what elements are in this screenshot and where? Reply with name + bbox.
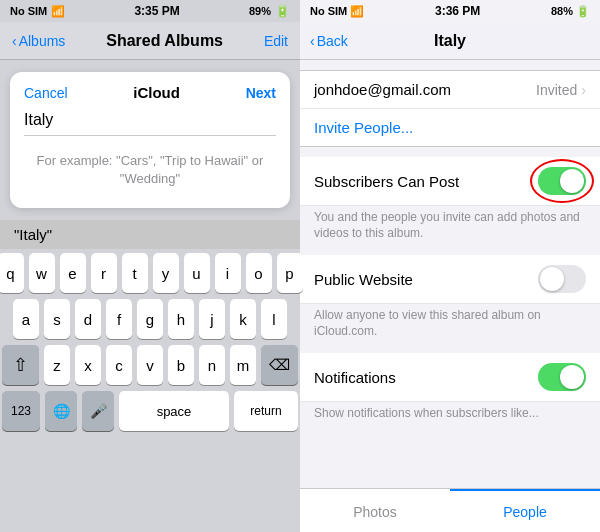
email-row: jonhdoe@gmail.com Invited › (300, 71, 600, 109)
notifications-row: Notifications (300, 353, 600, 402)
chevron-left-icon: ‹ (12, 33, 17, 49)
left-panel: No SIM 📶 3:35 PM 89% 🔋 ‹ Albums Shared A… (0, 0, 300, 532)
status-bar-left: No SIM 📶 3:35 PM 89% 🔋 (0, 0, 300, 22)
key-w[interactable]: w (29, 253, 55, 293)
tab-photos[interactable]: Photos (300, 489, 450, 532)
carrier-right: No SIM 📶 (310, 5, 364, 18)
key-u[interactable]: u (184, 253, 210, 293)
album-name-input-row (24, 111, 276, 136)
toggle-knob (560, 169, 584, 193)
nav-title-right: Italy (434, 32, 466, 50)
content-right: jonhdoe@gmail.com Invited › Invite Peopl… (300, 60, 600, 488)
key-f[interactable]: f (106, 299, 132, 339)
invite-people-row[interactable]: Invite People... (300, 109, 600, 146)
nav-bar-left: ‹ Albums Shared Albums Edit (0, 22, 300, 60)
key-row-3: ⇧ z x c v b n m ⌫ (2, 345, 298, 385)
toggle-knob-off (540, 267, 564, 291)
invited-status[interactable]: Invited › (536, 82, 586, 98)
battery-icon-left: 🔋 (275, 4, 290, 18)
public-website-label: Public Website (314, 271, 413, 288)
key-mic[interactable]: 🎤 (82, 391, 114, 431)
key-row-2: a s d f g h j k l (2, 299, 298, 339)
invite-people-link[interactable]: Invite People... (314, 119, 413, 136)
key-h[interactable]: h (168, 299, 194, 339)
chevron-back-icon: ‹ (310, 33, 315, 49)
wifi-icon: 📶 (51, 5, 65, 18)
key-z[interactable]: z (44, 345, 70, 385)
public-website-row: Public Website (300, 255, 600, 304)
subscribers-can-post-row: Subscribers Can Post (300, 157, 600, 206)
keyboard: q w e r t y u i o p a s d f g h j k l ⇧ … (0, 249, 300, 532)
battery-right: 88% 🔋 (551, 5, 590, 18)
key-v[interactable]: v (137, 345, 163, 385)
italy-label: "Italy" (0, 220, 300, 249)
people-section: jonhdoe@gmail.com Invited › Invite Peopl… (300, 70, 600, 147)
edit-button-left[interactable]: Edit (264, 33, 288, 49)
battery-left: 89% 🔋 (249, 4, 290, 18)
key-numbers[interactable]: 123 (2, 391, 40, 431)
key-t[interactable]: t (122, 253, 148, 293)
tab-bar: Photos People (300, 488, 600, 532)
key-p[interactable]: p (277, 253, 303, 293)
key-y[interactable]: y (153, 253, 179, 293)
tab-people-label: People (503, 504, 547, 520)
album-name-input[interactable] (24, 111, 276, 129)
right-panel: No SIM 📶 3:36 PM 88% 🔋 ‹ Back Italy jonh… (300, 0, 600, 532)
public-website-desc: Allow anyone to view this shared album o… (300, 304, 600, 349)
battery-icon-right: 🔋 (576, 5, 590, 18)
notifications-desc: Show notifications when subscribers like… (300, 402, 600, 432)
nav-bar-right: ‹ Back Italy (300, 22, 600, 60)
status-bar-right: No SIM 📶 3:36 PM 88% 🔋 (300, 0, 600, 22)
key-shift[interactable]: ⇧ (2, 345, 39, 385)
public-website-section: Public Website Allow anyone to view this… (300, 255, 600, 349)
key-m[interactable]: m (230, 345, 256, 385)
key-e[interactable]: e (60, 253, 86, 293)
toggle-knob-notifications (560, 365, 584, 389)
email-address: jonhdoe@gmail.com (314, 81, 451, 98)
subscribers-desc: You and the people you invite can add ph… (300, 206, 600, 251)
key-a[interactable]: a (13, 299, 39, 339)
time-left: 3:35 PM (134, 4, 179, 18)
key-c[interactable]: c (106, 345, 132, 385)
dialog-card: Cancel iCloud Next For example: "Cars", … (10, 72, 290, 208)
back-button-right[interactable]: ‹ Back (310, 33, 348, 49)
key-emoji[interactable]: 🌐 (45, 391, 77, 431)
public-website-toggle[interactable] (538, 265, 586, 293)
key-return[interactable]: return (234, 391, 298, 431)
key-n[interactable]: n (199, 345, 225, 385)
key-row-4: 123 🌐 🎤 space return (2, 391, 298, 431)
nav-title-left: Shared Albums (106, 32, 223, 50)
time-right: 3:36 PM (435, 4, 480, 18)
key-d[interactable]: d (75, 299, 101, 339)
key-row-1: q w e r t y u i o p (2, 253, 298, 293)
key-k[interactable]: k (230, 299, 256, 339)
key-delete[interactable]: ⌫ (261, 345, 298, 385)
cancel-button[interactable]: Cancel (24, 85, 68, 101)
next-button[interactable]: Next (246, 85, 276, 101)
invited-label: Invited (536, 82, 577, 98)
chevron-right-icon: › (581, 82, 586, 98)
notifications-section: Notifications Show notifications when su… (300, 353, 600, 432)
key-q[interactable]: q (0, 253, 24, 293)
key-i[interactable]: i (215, 253, 241, 293)
subscribers-can-post-label: Subscribers Can Post (314, 173, 459, 190)
key-b[interactable]: b (168, 345, 194, 385)
tab-people[interactable]: People (450, 489, 600, 532)
dialog-title: iCloud (133, 84, 180, 101)
key-space[interactable]: space (119, 391, 229, 431)
carrier-left: No SIM 📶 (10, 5, 65, 18)
key-r[interactable]: r (91, 253, 117, 293)
key-g[interactable]: g (137, 299, 163, 339)
key-o[interactable]: o (246, 253, 272, 293)
key-x[interactable]: x (75, 345, 101, 385)
key-s[interactable]: s (44, 299, 70, 339)
notifications-toggle[interactable] (538, 363, 586, 391)
key-l[interactable]: l (261, 299, 287, 339)
key-j[interactable]: j (199, 299, 225, 339)
subscribers-toggle-wrapper (538, 167, 586, 195)
notifications-label: Notifications (314, 369, 396, 386)
back-button-left[interactable]: ‹ Albums (12, 33, 65, 49)
subscribers-can-post-toggle[interactable] (538, 167, 586, 195)
dialog-hint: For example: "Cars", "Trip to Hawaii" or… (24, 146, 276, 194)
tab-photos-label: Photos (353, 504, 397, 520)
